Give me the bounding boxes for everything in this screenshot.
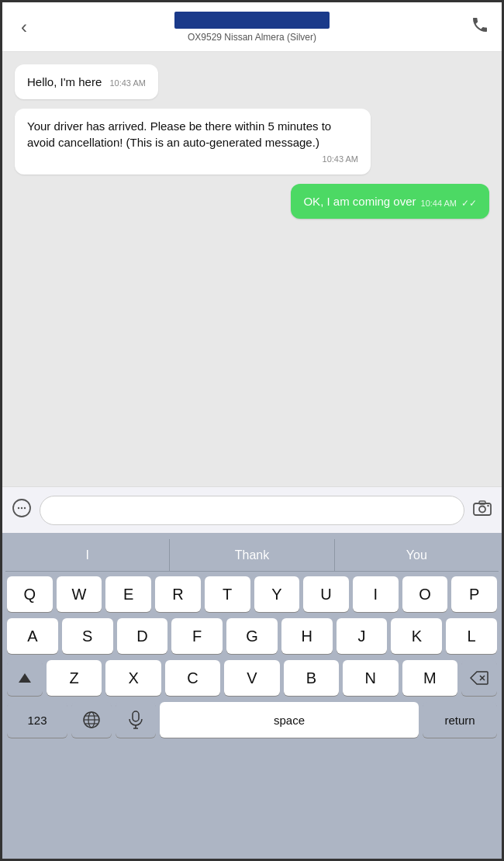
suggestion-you[interactable]: You (335, 539, 499, 571)
svg-rect-6 (479, 501, 485, 504)
driver-name-bar (174, 12, 330, 29)
suggestion-thank[interactable]: Thank (170, 539, 334, 571)
key-c[interactable]: C (165, 660, 220, 696)
message-bubble-3: OK, I am coming over 10:44 AM ✓✓ (291, 184, 489, 219)
key-z[interactable]: Z (47, 660, 102, 696)
header: ‹ OX9529 Nissan Almera (Silver) (2, 2, 502, 52)
mic-key[interactable] (116, 702, 156, 738)
svg-point-5 (479, 506, 485, 512)
key-y[interactable]: Y (254, 576, 300, 612)
key-j[interactable]: J (337, 618, 388, 654)
svg-rect-15 (133, 711, 139, 721)
message-bubble-1: Hello, I'm here 10:43 AM (15, 64, 158, 99)
key-m[interactable]: M (402, 660, 457, 696)
key-t[interactable]: T (205, 576, 250, 612)
back-button[interactable]: ‹ (15, 13, 33, 41)
key-b[interactable]: B (284, 660, 339, 696)
message-text-3: OK, I am coming over (303, 193, 416, 209)
svg-point-7 (487, 504, 488, 506)
key-v[interactable]: V (224, 660, 279, 696)
message-time-3: 10:44 AM (421, 198, 457, 209)
key-n[interactable]: N (343, 660, 398, 696)
return-key[interactable]: return (423, 702, 497, 738)
key-row-2: A S D F G H J K L (7, 618, 497, 654)
message-time-1: 10:43 AM (109, 78, 145, 88)
svg-point-2 (21, 507, 22, 508)
globe-key[interactable] (71, 702, 112, 738)
key-x[interactable]: X (105, 660, 161, 696)
suggestions-row: I Thank You (5, 539, 499, 572)
camera-icon[interactable] (472, 498, 492, 523)
key-a[interactable]: A (7, 618, 58, 654)
key-g[interactable]: G (226, 618, 278, 654)
key-u[interactable]: U (303, 576, 349, 612)
numbers-key[interactable]: 123 (7, 702, 67, 738)
key-o[interactable]: O (402, 576, 448, 612)
keyboard: I Thank You Q W E R T Y U I O P A S D F … (2, 533, 502, 859)
key-e[interactable]: E (105, 576, 151, 612)
key-l[interactable]: L (446, 618, 497, 654)
key-rows: Q W E R T Y U I O P A S D F G H J K L (5, 576, 499, 696)
message-checks-3: ✓✓ (461, 197, 477, 210)
key-i[interactable]: I (353, 576, 399, 612)
svg-point-1 (18, 507, 19, 508)
phone-button[interactable] (471, 16, 489, 39)
key-row-3: Z X C V B N M (7, 660, 497, 696)
key-k[interactable]: K (391, 618, 442, 654)
key-row-1: Q W E R T Y U I O P (7, 576, 497, 612)
key-w[interactable]: W (57, 576, 102, 612)
bottom-row: 123 space return (5, 702, 499, 738)
key-f[interactable]: F (171, 618, 223, 654)
key-d[interactable]: D (117, 618, 168, 654)
message-text-2: Your driver has arrived. Please be there… (27, 119, 331, 149)
svg-point-3 (24, 507, 26, 508)
key-h[interactable]: H (281, 618, 333, 654)
message-input[interactable] (40, 496, 464, 525)
header-center: OX9529 Nissan Almera (Silver) (174, 12, 330, 43)
key-q[interactable]: Q (7, 576, 53, 612)
message-text-1: Hello, I'm here (27, 75, 102, 88)
chat-icon[interactable] (12, 498, 32, 523)
delete-key[interactable] (461, 660, 497, 696)
key-p[interactable]: P (451, 576, 497, 612)
key-r[interactable]: R (155, 576, 201, 612)
header-subtitle: OX9529 Nissan Almera (Silver) (188, 32, 316, 43)
chat-area: Hello, I'm here 10:43 AM Your driver has… (2, 52, 502, 486)
input-bar (2, 486, 502, 533)
message-bubble-2: Your driver has arrived. Please be there… (15, 109, 371, 175)
shift-key[interactable] (7, 660, 43, 696)
suggestion-i[interactable]: I (5, 539, 170, 571)
message-time-2: 10:43 AM (32, 154, 358, 165)
space-key[interactable]: space (160, 702, 419, 738)
key-s[interactable]: S (62, 618, 113, 654)
